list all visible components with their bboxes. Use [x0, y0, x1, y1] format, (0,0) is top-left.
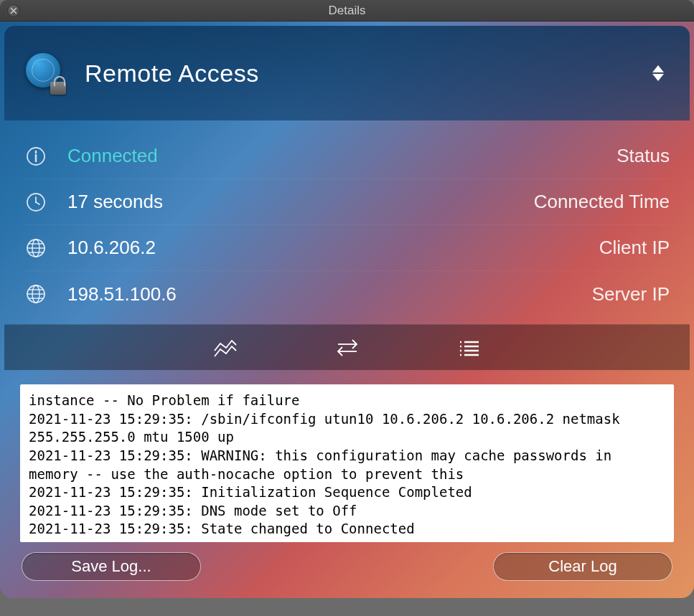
clock-icon — [24, 191, 47, 214]
time-value: 17 seconds — [67, 191, 534, 213]
list-icon — [457, 338, 482, 358]
window-body: Remote Access Connected Status 17 second… — [0, 22, 694, 598]
save-log-button[interactable]: Save Log... — [22, 552, 201, 581]
app-icon — [24, 53, 65, 93]
time-row: 17 seconds Connected Time — [24, 179, 670, 225]
graph-icon — [213, 338, 238, 358]
client-ip-value: 10.6.206.2 — [67, 237, 599, 259]
transfer-icon — [335, 338, 360, 358]
svg-marker-0 — [652, 65, 664, 72]
header-title: Remote Access — [85, 60, 259, 87]
status-label: Status — [616, 145, 670, 167]
info-section: Connected Status 17 seconds Connected Ti… — [4, 120, 690, 324]
server-ip-label: Server IP — [592, 283, 670, 305]
close-icon — [10, 7, 17, 14]
globe-icon — [24, 283, 47, 305]
time-label: Connected Time — [534, 191, 670, 213]
info-icon — [24, 145, 47, 168]
tab-graph[interactable] — [211, 333, 240, 362]
button-row: Save Log... Clear Log — [4, 542, 690, 581]
tab-bar — [4, 324, 690, 370]
server-ip-value: 198.51.100.6 — [67, 283, 592, 305]
server-ip-row: 198.51.100.6 Server IP — [24, 271, 670, 317]
close-button[interactable] — [7, 4, 20, 17]
svg-line-7 — [36, 202, 39, 204]
titlebar: Details — [0, 0, 694, 22]
status-value: Connected — [67, 145, 616, 167]
tab-transfer[interactable] — [333, 333, 362, 362]
header: Remote Access — [4, 26, 690, 120]
log-output[interactable]: instance -- No Problem if failure 2021-1… — [20, 384, 674, 542]
client-ip-row: 10.6.206.2 Client IP — [24, 225, 670, 271]
window-title: Details — [329, 4, 366, 18]
chevron-up-icon — [652, 65, 664, 72]
tab-log[interactable] — [455, 333, 484, 362]
sort-toggle[interactable] — [652, 65, 664, 81]
globe-icon — [24, 237, 47, 260]
client-ip-label: Client IP — [599, 237, 670, 259]
status-row: Connected Status — [24, 133, 670, 179]
clear-log-button[interactable]: Clear Log — [493, 552, 672, 581]
svg-marker-1 — [652, 74, 664, 81]
chevron-down-icon — [652, 74, 664, 81]
